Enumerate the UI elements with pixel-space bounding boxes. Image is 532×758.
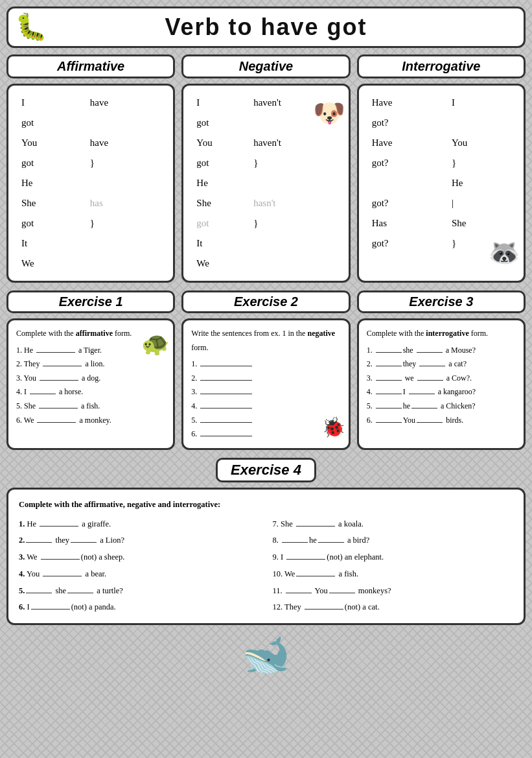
- ex4-header: Exercise 4: [216, 458, 316, 482]
- ex4-right-1: 7. She a koala.: [273, 517, 514, 532]
- ex2-item-6: 6.: [191, 427, 340, 442]
- ex2-item-4: 4.: [191, 399, 340, 414]
- whale-icon: 🐋: [6, 632, 526, 678]
- ex3-item-3: 3. we a Cow?.: [367, 372, 516, 386]
- exercise-headers: Exercise 1 Exercise 2 Exercise 3: [6, 290, 526, 313]
- exercise1-box: 🐢 Complete with the affirmative form. 1.…: [6, 318, 175, 450]
- affirmative-box: Ihave got Youhave got} He Shehas got} It…: [6, 84, 175, 283]
- conjugation-row: Ihave got Youhave got} He Shehas got} It…: [6, 84, 526, 283]
- ex3-item-1: 1. she a Mouse?: [367, 344, 516, 358]
- affirmative-header: Affirmative: [6, 54, 175, 78]
- ex1-header: Exercise 1: [6, 290, 175, 313]
- ex4-left-4: 4. You a bear.: [19, 567, 260, 582]
- ex4-left-5: 5. she a turtle?: [19, 584, 260, 599]
- ex1-item-4: 4. I a horse.: [16, 385, 165, 399]
- ex4-right-2: 8. he a bird?: [273, 533, 514, 549]
- bug-icon: 🐞: [321, 410, 345, 445]
- ex4-left-3: 3. We (not) a sheep.: [19, 550, 260, 565]
- ex1-item-6: 6. We a monkey.: [16, 414, 165, 428]
- dog-icon: 🐶: [313, 89, 345, 138]
- ex3-item-4: 4. I a kangaroo?: [367, 385, 516, 399]
- ex4-left-1: 1. He a giraffe.: [19, 517, 260, 532]
- ex3-item-2: 2. they a cat?: [367, 357, 516, 372]
- ex3-item-5: 5. he a Chicken?: [367, 399, 516, 414]
- ex4-header-wrapper: Exercise 4: [6, 458, 526, 482]
- ex4-right-4: 10. We a fish.: [273, 567, 514, 582]
- raccoon-icon: 🦝: [488, 228, 520, 278]
- title-box: 🐛 Verb to have got: [6, 6, 526, 48]
- ex1-item-5: 5. She a fish.: [16, 399, 165, 414]
- turtle-icon: 🐢: [141, 324, 170, 364]
- ex2-header: Exercise 2: [181, 290, 350, 313]
- ex4-instruction: Complete with the affirmative, negative …: [19, 497, 513, 513]
- ex4-left-6: 6. I(not) a panda.: [19, 600, 260, 615]
- section-headers: Affirmative Negative Interrogative: [6, 54, 526, 78]
- exercise2-box: Write the sentences from ex. 1 in the ne…: [181, 318, 350, 450]
- worm-icon: 🐛: [15, 12, 47, 42]
- interrogative-header: Interrogative: [357, 54, 526, 78]
- interrogative-box: HaveI got? HaveYou got?} He got?| HasShe…: [357, 84, 526, 283]
- exercise3-box: Complete with the interrogative form. 1.…: [357, 318, 526, 450]
- ex4-right-3: 9. I (not) an elephant.: [273, 550, 514, 565]
- ex3-item-6: 6. You birds.: [367, 414, 516, 428]
- ex4-left-2: 2. they a Lion?: [19, 533, 260, 549]
- exercise4-box: Complete with the affirmative, negative …: [6, 488, 526, 625]
- ex4-right-6: 12. They (not) a cat.: [273, 600, 514, 615]
- ex2-item-1: 1.: [191, 357, 340, 372]
- ex1-item-3: 3. You a dog.: [16, 372, 165, 386]
- ex2-item-3: 3.: [191, 385, 340, 399]
- page-title: Verb to have got: [18, 14, 514, 41]
- ex4-right-5: 11. You monkeys?: [273, 584, 514, 599]
- negative-box: 🐶 Ihaven't got Youhaven't got} He Shehas…: [181, 84, 350, 283]
- ex2-item-5: 5.: [191, 414, 340, 428]
- ex2-instruction: Write the sentences from ex. 1 in the ne…: [191, 327, 340, 355]
- ex2-item-2: 2.: [191, 372, 340, 386]
- ex4-grid: 1. He a giraffe. 7. She a koala. 2. they…: [19, 517, 513, 616]
- exercises-row: 🐢 Complete with the affirmative form. 1.…: [6, 318, 526, 450]
- negative-header: Negative: [181, 54, 350, 78]
- ex3-instruction: Complete with the interrogative form.: [367, 327, 516, 341]
- ex3-header: Exercise 3: [357, 290, 526, 313]
